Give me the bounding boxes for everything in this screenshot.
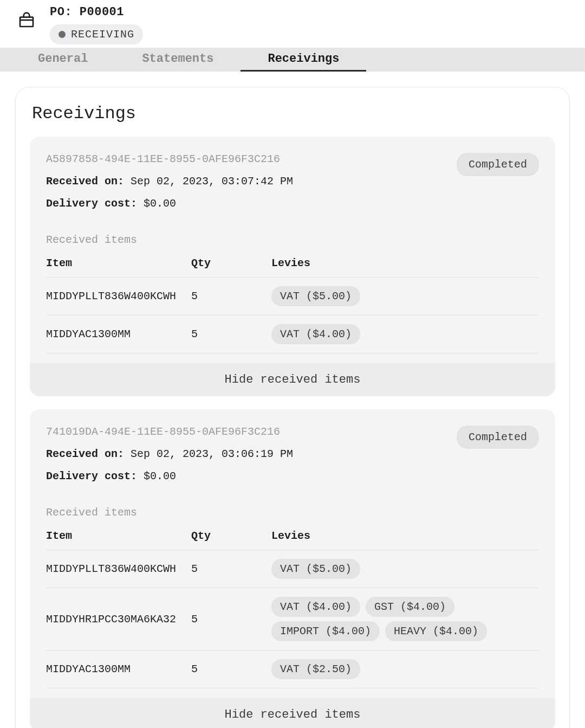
- column-header-item: Item: [46, 522, 191, 550]
- item-sku: MIDDYAC1300MM: [46, 315, 191, 353]
- receiving-card: A5897858-494E-11EE-8955-0AFE96F3C216Rece…: [30, 137, 555, 396]
- receiving-card: 741019DA-494E-11EE-8955-0AFE96F3C216Rece…: [30, 409, 555, 728]
- received-on-line: Received on: Sep 02, 2023, 03:06:19 PM: [46, 448, 293, 460]
- status-text: RECEIVING: [71, 28, 134, 41]
- tab-receivings[interactable]: Receivings: [240, 48, 366, 72]
- levy-pill: IMPORT ($4.00): [271, 621, 380, 641]
- item-levies: VAT ($4.00)GST ($4.00)IMPORT ($4.00)HEAV…: [271, 588, 539, 650]
- delivery-cost-line: Delivery cost: $0.00: [46, 197, 293, 210]
- page-header: PO: P00001 RECEIVING: [0, 0, 585, 48]
- levy-pill: HEAVY ($4.00): [385, 621, 487, 641]
- status-dot-icon: [58, 31, 66, 38]
- receiving-card-header: A5897858-494E-11EE-8955-0AFE96F3C216Rece…: [46, 153, 539, 210]
- item-levies: VAT ($2.50): [271, 650, 539, 688]
- page-title: PO: P00001: [50, 5, 143, 19]
- received-items-table: ItemQtyLeviesMIDDYPLLT836W400KCWH5VAT ($…: [46, 249, 539, 353]
- received-items-table: ItemQtyLeviesMIDDYPLLT836W400KCWH5VAT ($…: [46, 522, 539, 688]
- item-qty: 5: [191, 650, 271, 688]
- table-row: MIDDYPLLT836W400KCWH5VAT ($5.00): [46, 550, 539, 588]
- levy-pill: VAT ($5.00): [271, 286, 360, 306]
- receiving-card-body: 741019DA-494E-11EE-8955-0AFE96F3C216Rece…: [30, 409, 555, 698]
- table-row: MIDDYAC1300MM5VAT ($2.50): [46, 650, 539, 688]
- table-row: MIDDYPLLT836W400KCWH5VAT ($5.00): [46, 278, 539, 315]
- table-row: MIDDYAC1300MM5VAT ($4.00): [46, 315, 539, 353]
- receiving-uuid: A5897858-494E-11EE-8955-0AFE96F3C216: [46, 153, 293, 165]
- item-levies: VAT ($5.00): [271, 278, 539, 315]
- item-levies: VAT ($4.00): [271, 315, 539, 353]
- item-levies: VAT ($5.00): [271, 550, 539, 588]
- levy-pill: VAT ($2.50): [271, 659, 360, 679]
- levy-pill: VAT ($5.00): [271, 559, 360, 579]
- item-qty: 5: [191, 550, 271, 588]
- received-items-label: Received items: [46, 506, 539, 519]
- item-sku: MIDDYPLLT836W400KCWH: [46, 550, 191, 588]
- status-pill: RECEIVING: [50, 24, 143, 44]
- table-row: MIDDYHR1PCC30MA6KA325VAT ($4.00)GST ($4.…: [46, 588, 539, 650]
- receiving-card-body: A5897858-494E-11EE-8955-0AFE96F3C216Rece…: [30, 137, 555, 363]
- column-header-item: Item: [46, 249, 191, 278]
- item-qty: 5: [191, 278, 271, 315]
- levy-pill: VAT ($4.00): [271, 597, 360, 617]
- purchase-order-icon: [16, 10, 37, 30]
- column-header-levies: Levies: [271, 522, 539, 550]
- received-on-line: Received on: Sep 02, 2023, 03:07:42 PM: [46, 175, 293, 188]
- receiving-uuid: 741019DA-494E-11EE-8955-0AFE96F3C216: [46, 426, 293, 438]
- status-badge: Completed: [457, 426, 539, 449]
- column-header-qty: Qty: [191, 249, 271, 278]
- item-qty: 5: [191, 588, 271, 650]
- item-sku: MIDDYHR1PCC30MA6KA32: [46, 588, 191, 650]
- item-qty: 5: [191, 315, 271, 353]
- item-sku: MIDDYPLLT836W400KCWH: [46, 278, 191, 315]
- receivings-panel: Receivings A5897858-494E-11EE-8955-0AFE9…: [15, 87, 570, 728]
- po-number: P00001: [80, 5, 124, 19]
- hide-received-items-button[interactable]: Hide received items: [30, 363, 555, 396]
- received-items-label: Received items: [46, 234, 539, 246]
- panel-title: Receivings: [32, 104, 555, 124]
- receiving-card-header: 741019DA-494E-11EE-8955-0AFE96F3C216Rece…: [46, 426, 539, 482]
- hide-received-items-button[interactable]: Hide received items: [30, 698, 555, 728]
- tabs-bar: GeneralStatementsReceivings: [0, 48, 585, 72]
- column-header-qty: Qty: [191, 522, 271, 550]
- status-badge: Completed: [457, 153, 539, 176]
- levy-pill: GST ($4.00): [366, 597, 454, 617]
- tab-general[interactable]: General: [11, 48, 115, 72]
- levy-pill: VAT ($4.00): [271, 324, 360, 344]
- column-header-levies: Levies: [271, 249, 539, 278]
- svg-rect-0: [20, 17, 33, 27]
- tab-statements[interactable]: Statements: [115, 48, 240, 72]
- delivery-cost-line: Delivery cost: $0.00: [46, 470, 293, 482]
- title-prefix: PO:: [50, 5, 72, 19]
- item-sku: MIDDYAC1300MM: [46, 650, 191, 688]
